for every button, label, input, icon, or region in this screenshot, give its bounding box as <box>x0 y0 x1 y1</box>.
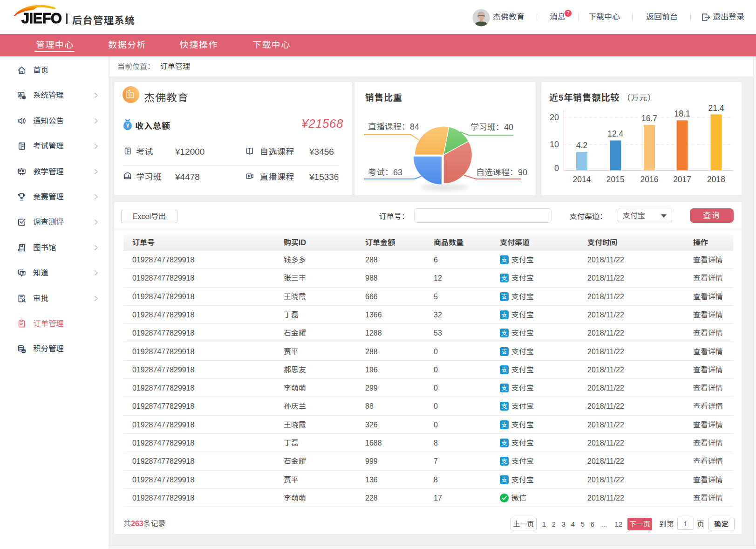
svg-text:学习班：40: 学习班：40 <box>470 123 513 132</box>
svg-text:20: 20 <box>550 113 559 122</box>
svg-text:直播课程：84: 直播课程：84 <box>368 122 419 131</box>
svg-text:2014: 2014 <box>573 175 591 184</box>
svg-text:0: 0 <box>554 164 559 173</box>
svg-text:21.4: 21.4 <box>708 103 724 113</box>
svg-text:10: 10 <box>550 140 559 149</box>
svg-text:18.1: 18.1 <box>674 109 690 118</box>
svg-text:2016: 2016 <box>640 175 659 184</box>
svg-text:2018: 2018 <box>707 175 725 184</box>
svg-text:2015: 2015 <box>606 175 625 184</box>
svg-text:16.7: 16.7 <box>641 114 657 123</box>
svg-text:¥: ¥ <box>126 123 129 129</box>
svg-text:自选课程：90: 自选课程：90 <box>476 168 527 177</box>
svg-text:4.2: 4.2 <box>576 141 587 150</box>
svg-text:12.4: 12.4 <box>607 129 623 138</box>
svg-text:考试：63: 考试：63 <box>368 168 402 177</box>
svg-text:2017: 2017 <box>673 175 691 184</box>
